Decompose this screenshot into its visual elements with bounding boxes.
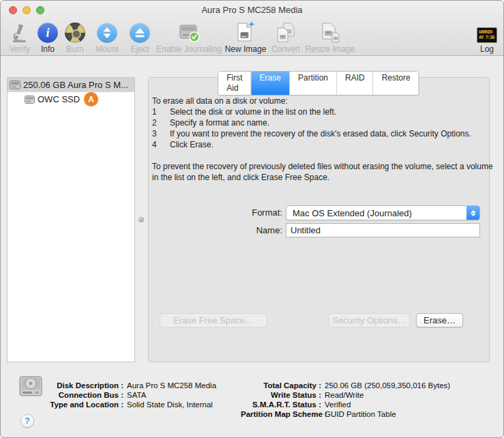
disk-check-icon — [155, 20, 222, 43]
format-label: Format: — [224, 207, 282, 218]
disk-drive-icon — [10, 81, 20, 89]
tab-erase[interactable]: Erase — [252, 72, 290, 95]
erase-free-space-button[interactable]: Erase Free Space… — [160, 313, 267, 327]
erase-button[interactable]: Erase… — [416, 313, 463, 327]
sidebar-item-volume[interactable]: OWC SSD A — [8, 92, 134, 106]
convert-icon — [269, 20, 302, 43]
mode-tabs: First Aid Erase Partition RAID Restore — [218, 71, 419, 96]
toolbar-mount-button[interactable]: Mount — [90, 20, 124, 54]
instruction-step-4: 4Click Erase. — [152, 139, 493, 150]
info-row-total-capacity: Total Capacity : 250.06 GB (250,059,350,… — [241, 381, 450, 390]
toolbar-convert-button[interactable]: Convert — [269, 20, 302, 54]
toolbar-info-label: Info — [35, 44, 61, 54]
format-popup[interactable]: Mac OS Extended (Journaled) — [286, 205, 480, 220]
disk-info-left: Disk Description : Aura Pro S MC258 Medi… — [42, 381, 216, 409]
info-row-partition-map: Partition Map Scheme : GUID Partition Ta… — [241, 409, 450, 419]
disk-utility-window: Aura Pro S MC258 Media Verify i — [0, 0, 504, 438]
erase-free-space-note: To prevent the recovery of previously de… — [152, 161, 493, 183]
toolbar-info-button[interactable]: i Info — [35, 20, 61, 54]
help-button[interactable]: ? — [20, 414, 34, 428]
splitter-handle[interactable] — [138, 217, 144, 222]
instruction-step-3: 3If you want to prevent the recovery of … — [152, 128, 493, 139]
mount-icon — [90, 20, 124, 43]
burn-icon — [61, 20, 89, 43]
disk-drive-large-icon — [18, 376, 43, 400]
toolbar-enable-journaling-label: Enable Journaling — [155, 44, 222, 54]
tab-first-aid[interactable]: First Aid — [218, 72, 251, 95]
toolbar-convert-label: Convert — [269, 44, 302, 54]
volume-icon — [25, 96, 35, 104]
window-header: Aura Pro S MC258 Media Verify i — [1, 1, 503, 56]
format-popup-value: Mac OS Extended (Journaled) — [286, 208, 466, 218]
info-row-write-status: Write Status : Read/Write — [241, 390, 450, 400]
toolbar-log-button[interactable]: WARNIN AY 7:36 Log — [473, 20, 501, 54]
name-label: Name: — [224, 225, 282, 235]
toolbar-resize-image-label: Resize Image — [303, 44, 357, 54]
security-options-button[interactable]: Security Options… — [329, 313, 410, 327]
toolbar-eject-button[interactable]: Eject — [125, 20, 155, 54]
info-row-type-location: Type and Location : Solid State Disk, In… — [42, 400, 216, 409]
new-image-icon — [223, 20, 268, 43]
toolbar-eject-label: Eject — [125, 44, 155, 54]
sidebar-disk-label: 250.06 GB Aura Pro S M... — [23, 80, 128, 90]
name-input[interactable] — [286, 223, 480, 237]
microscope-icon — [5, 20, 35, 43]
toolbar-enable-journaling-button[interactable]: Enable Journaling — [155, 20, 222, 54]
info-icon: i — [35, 20, 61, 43]
erase-instructions: To erase all data on a disk or volume: 1… — [152, 96, 493, 183]
eject-icon — [125, 20, 155, 43]
toolbar-new-image-label: New Image — [223, 44, 268, 54]
sidebar-volume-label: OWC SSD — [38, 94, 80, 104]
toolbar-mount-label: Mount — [90, 44, 124, 54]
info-row-smart-status: S.M.A.R.T. Status : Verified — [241, 400, 450, 409]
resize-image-icon — [303, 20, 357, 43]
instruction-step-1: 1Select the disk or volume in the list o… — [152, 106, 493, 117]
tab-restore[interactable]: Restore — [374, 72, 419, 95]
annotation-badge-a: A — [84, 92, 98, 106]
log-icon-text-2: AY 7:36 — [479, 35, 495, 40]
disk-info-right: Total Capacity : 250.06 GB (250,059,350,… — [241, 381, 450, 419]
device-list: 250.06 GB Aura Pro S M... OWC SSD A — [7, 77, 135, 362]
sidebar-item-disk[interactable]: 250.06 GB Aura Pro S M... — [8, 78, 134, 92]
instruction-step-2: 2Specify a format anc name. — [152, 117, 493, 128]
toolbar-resize-image-button[interactable]: Resize Image — [303, 20, 357, 54]
tab-partition[interactable]: Partition — [290, 72, 337, 95]
tab-raid[interactable]: RAID — [337, 72, 374, 95]
instructions-intro: To erase all data on a disk or volume: — [152, 96, 493, 106]
info-row-connection-bus: Connection Bus : SATA — [42, 390, 216, 400]
toolbar-new-image-button[interactable]: New Image — [223, 20, 268, 54]
popup-stepper-icon — [466, 206, 479, 220]
log-window-icon: WARNIN AY 7:36 — [473, 20, 501, 43]
toolbar-log-label: Log — [473, 44, 501, 54]
info-row-disk-description: Disk Description : Aura Pro S MC258 Medi… — [42, 381, 216, 390]
toolbar-burn-button[interactable]: Burn — [61, 20, 89, 54]
toolbar-burn-label: Burn — [61, 44, 89, 54]
toolbar-verify-button[interactable]: Verify — [5, 20, 35, 54]
log-icon-text-1: WARNIN — [479, 29, 495, 35]
toolbar-verify-label: Verify — [5, 44, 35, 54]
window-title: Aura Pro S MC258 Media — [1, 5, 503, 15]
